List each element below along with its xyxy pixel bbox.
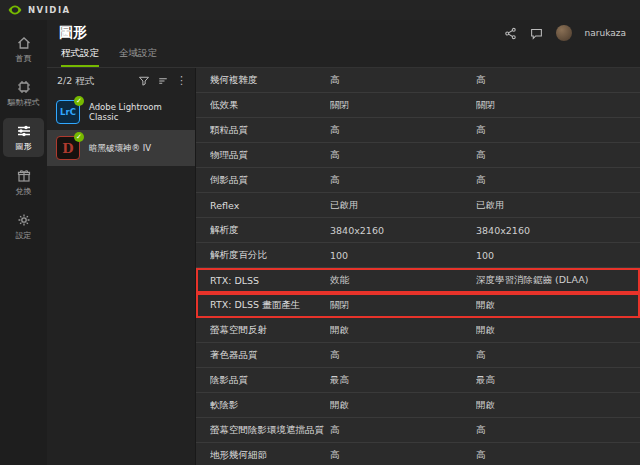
setting-current-value[interactable]: 100 <box>330 250 476 261</box>
tab-global-settings[interactable]: 全域設定 <box>119 47 157 67</box>
nvidia-logo-icon <box>8 5 22 15</box>
more-options-icon[interactable]: ⋮ <box>176 75 187 87</box>
setting-current-value[interactable]: 開啟 <box>330 324 476 337</box>
setting-label: Reflex <box>210 200 330 211</box>
setting-label: 軟陰影 <box>210 399 330 412</box>
setting-current-value[interactable]: 已啟用 <box>330 199 476 212</box>
drivers-icon <box>16 79 32 95</box>
home-icon <box>16 35 32 51</box>
sidebar-item-settings[interactable]: 設定 <box>3 207 44 245</box>
setting-label: 顆粒品質 <box>210 124 330 137</box>
app-icon: LrC✓ <box>56 100 80 124</box>
setting-current-value[interactable]: 高 <box>330 449 476 462</box>
sidebar-item-label: 兌換 <box>16 187 32 196</box>
setting-current-value[interactable]: 高 <box>330 349 476 362</box>
program-count-label: 2/2 程式 <box>57 75 94 88</box>
setting-row: 低效果關閉關閉 <box>196 93 640 118</box>
main-area: 圖形 narukaza 程式設定 全域設定 <box>47 20 640 465</box>
setting-current-value[interactable]: 高 <box>330 74 476 87</box>
setting-label: 倒影品質 <box>210 174 330 187</box>
setting-global-value[interactable]: 深度學習消除鋸齒 (DLAA) <box>476 274 640 287</box>
setting-global-value[interactable]: 高 <box>476 149 640 162</box>
optimized-check-icon: ✓ <box>74 96 84 106</box>
redeem-icon <box>16 168 32 184</box>
setting-label: 螢幕空間反射 <box>210 324 330 337</box>
titlebar: NVIDIA <box>0 0 640 20</box>
setting-global-value[interactable]: 高 <box>476 449 640 462</box>
setting-current-value[interactable]: 3840x2160 <box>330 225 476 236</box>
setting-current-value[interactable]: 高 <box>330 174 476 187</box>
setting-label: 幾何複雜度 <box>210 74 330 87</box>
app-icon: D✓ <box>56 136 80 160</box>
setting-global-value[interactable]: 關閉 <box>476 99 640 112</box>
setting-global-value[interactable]: 最高 <box>476 374 640 387</box>
sidebar-item-home[interactable]: 首頁 <box>3 30 44 68</box>
setting-global-value[interactable]: 開啟 <box>476 299 640 312</box>
sidebar-item-graphics[interactable]: 圖形 <box>3 118 44 156</box>
setting-label: 解析度 <box>210 224 330 237</box>
setting-row: 解析度3840x21603840x2160 <box>196 218 640 243</box>
setting-label: 著色器品質 <box>210 349 330 362</box>
setting-current-value[interactable]: 高 <box>330 124 476 137</box>
setting-label: 陰影品質 <box>210 374 330 387</box>
setting-current-value[interactable]: 高 <box>330 149 476 162</box>
avatar[interactable] <box>556 25 572 41</box>
setting-global-value[interactable]: 100 <box>476 250 640 261</box>
setting-label: RTX: DLSS 畫面產生 <box>210 299 330 312</box>
program-panel-header: 2/2 程式 ⋮ <box>47 68 195 94</box>
setting-global-value[interactable]: 開啟 <box>476 399 640 412</box>
sidebar-item-label: 圖形 <box>16 142 32 151</box>
program-list-item[interactable]: LrC✓Adobe Lightroom Classic <box>47 94 195 130</box>
settings-icon <box>16 212 32 228</box>
tab-program-settings[interactable]: 程式設定 <box>61 47 99 67</box>
feedback-icon[interactable] <box>530 27 543 40</box>
sidebar-item-label: 設定 <box>16 231 32 240</box>
sidebar: 首頁驅動程式圖形兌換設定 <box>0 20 47 465</box>
sort-icon[interactable] <box>157 75 169 87</box>
setting-global-value[interactable]: 高 <box>476 124 640 137</box>
setting-row: 軟陰影開啟開啟 <box>196 393 640 418</box>
program-panel: 2/2 程式 ⋮ LrC✓Adobe Lightroom ClassicD✓暗黑… <box>47 68 195 465</box>
setting-current-value[interactable]: 高 <box>330 424 476 437</box>
nvidia-app-window: NVIDIA 首頁驅動程式圖形兌換設定 圖形 narukaza 程式設 <box>0 0 640 465</box>
setting-current-value[interactable]: 最高 <box>330 374 476 387</box>
program-list-item[interactable]: D✓暗黑破壞神® IV <box>47 130 195 166</box>
setting-global-value[interactable]: 已啟用 <box>476 199 640 212</box>
setting-current-value[interactable]: 效能 <box>330 274 476 287</box>
optimized-check-icon: ✓ <box>74 132 84 142</box>
share-icon[interactable] <box>504 27 517 40</box>
username: narukaza <box>585 28 626 38</box>
setting-current-value[interactable]: 關閉 <box>330 99 476 112</box>
setting-label: 低效果 <box>210 99 330 112</box>
setting-row: 螢幕空間反射開啟開啟 <box>196 318 640 343</box>
filter-icon[interactable] <box>138 75 150 87</box>
sidebar-item-redeem[interactable]: 兌換 <box>3 163 44 201</box>
titlebar-app-name: NVIDIA <box>28 5 71 15</box>
setting-row: 物理品質高高 <box>196 143 640 168</box>
setting-label: 地形幾何細節 <box>210 449 330 462</box>
setting-label: RTX: DLSS <box>210 275 330 286</box>
setting-row: 顆粒品質高高 <box>196 118 640 143</box>
setting-global-value[interactable]: 高 <box>476 424 640 437</box>
program-list: LrC✓Adobe Lightroom ClassicD✓暗黑破壞神® IV <box>47 94 195 166</box>
sidebar-item-drivers[interactable]: 驅動程式 <box>3 74 44 112</box>
setting-row: 解析度百分比100100 <box>196 243 640 268</box>
setting-global-value[interactable]: 高 <box>476 74 640 87</box>
setting-row: 地形幾何細節高高 <box>196 443 640 465</box>
setting-label: 螢幕空間陰影環境遮擋品質 <box>210 424 330 437</box>
setting-global-value[interactable]: 開啟 <box>476 324 640 337</box>
sidebar-item-label: 驅動程式 <box>8 98 40 107</box>
setting-current-value[interactable]: 開啟 <box>330 399 476 412</box>
setting-global-value[interactable]: 高 <box>476 174 640 187</box>
program-name: 暗黑破壞神® IV <box>89 143 151 153</box>
settings-table: 幾何複雜度高高低效果關閉關閉顆粒品質高高物理品質高高倒影品質高高Reflex已啟… <box>195 68 640 465</box>
program-name: Adobe Lightroom Classic <box>89 102 186 122</box>
setting-global-value[interactable]: 3840x2160 <box>476 225 640 236</box>
setting-global-value[interactable]: 高 <box>476 349 640 362</box>
setting-current-value[interactable]: 關閉 <box>330 299 476 312</box>
sidebar-item-label: 首頁 <box>16 54 32 63</box>
tabbar: 程式設定 全域設定 <box>47 46 640 68</box>
setting-label: 物理品質 <box>210 149 330 162</box>
setting-row: 著色器品質高高 <box>196 343 640 368</box>
setting-row: 陰影品質最高最高 <box>196 368 640 393</box>
